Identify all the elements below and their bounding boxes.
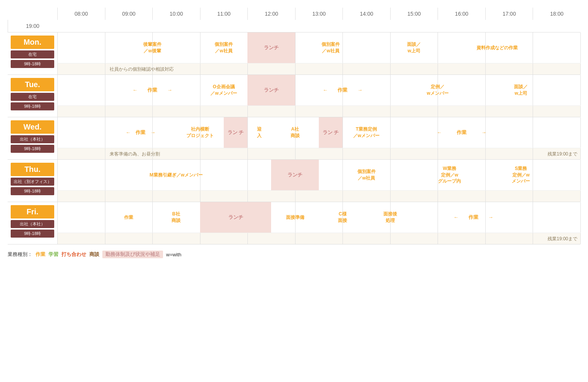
time-09: 09:00 (105, 8, 153, 20)
time-12: 12:00 (247, 8, 295, 20)
day-block-wed: Wed.出社（本社）9時-18時← 作業 →社内横断 プロジェクトラン チ迎 入… (8, 117, 580, 160)
time-16: 16:00 (438, 8, 485, 20)
event-fri-arrow1: ← 作業 → (414, 202, 533, 233)
legend-status: 勤務体制及び状況や補足 (102, 251, 163, 258)
day-right-wed: ← 作業 →社内横断 プロジェクトラン チ迎 入A社 商談ラン チT業務定例 ／… (57, 117, 580, 159)
event-mon-lunch: ランチ (247, 32, 295, 63)
legend-prefix: 業務種別： (8, 251, 32, 258)
event-wed-lunch1: ラン チ (224, 117, 247, 148)
event-thu-4: S業務 定例／w メンバー (485, 163, 557, 187)
day-label-thu: Thu. (11, 163, 54, 176)
day-hours-mon: 9時-18時 (11, 60, 54, 68)
note-wed-note-1: 来客準備の為、お昼分割 (105, 148, 533, 160)
legend-uchiawase: 打ち合わせ (61, 251, 86, 258)
event-tue-arrow1: ← 作業 → (105, 75, 200, 105)
legend-sagyou: 作業 (36, 251, 45, 258)
event-tue-arrow2: ← 作業 → (295, 75, 390, 105)
event-fri-3: 面接準備 (271, 205, 319, 230)
event-tue-lunch: ランチ (247, 75, 295, 105)
day-location-thu: 出社（別オフィス） (11, 178, 54, 186)
note-mon-note-1: 社員からの個別確認や相談対応 (105, 63, 557, 75)
time-header: 08:00 09:00 10:00 11:00 12:00 13:00 14:0… (8, 8, 580, 32)
day-location-mon: 在宅 (11, 50, 54, 58)
time-18: 18:00 (533, 8, 580, 20)
events-layer-tue: ← 作業 →O企画会議 ／wメンバーランチ← 作業 →定例／ wメンバー面談／ … (57, 75, 580, 105)
day-hours-tue: 9時-18時 (11, 102, 54, 110)
time-11: 11:00 (200, 8, 248, 20)
time-17: 17:00 (485, 8, 533, 20)
event-thu-2: 個別案件 ／w社員 (319, 163, 414, 187)
notes-layer-wed: 来客準備の為、お昼分割残業19:00まで (57, 148, 580, 159)
events-layer-wed: ← 作業 →社内横断 プロジェクトラン チ迎 入A社 商談ラン チT業務定例 ／… (57, 117, 580, 148)
events-layer-fri: 作業B社 商談ランチ面接準備C様 面接面接後 処理← 作業 → (57, 202, 580, 233)
day-label-wed: Wed. (11, 120, 54, 134)
overtime-wed: 残業19:00まで (548, 148, 577, 160)
event-wed-lunch2: ラン チ (319, 117, 342, 148)
event-fri-4: C様 面接 (319, 205, 367, 230)
day-hours-wed: 9時-18時 (11, 145, 54, 153)
events-layer-mon: 後輩案件 ／w後輩個別案件 ／w社員ランチ個別案件 ／w社員面談／ w上司資料作… (57, 32, 580, 63)
event-tue-2: 定例／ wメンバー (390, 78, 485, 102)
schedule-container: 08:00 09:00 10:00 11:00 12:00 13:00 14:0… (8, 8, 580, 258)
event-mon-2: 個別案件 ／w社員 (200, 36, 248, 60)
time-10: 10:00 (152, 8, 200, 20)
day-block-thu: Thu.出社（別オフィス）9時-18時M業務引継ぎ／wメンバーランチ個別案件 ／… (8, 160, 580, 202)
time-08: 08:00 (57, 8, 105, 20)
notes-layer-tue (57, 105, 580, 117)
event-fri-5: 面接後 処理 (367, 205, 414, 230)
event-thu-lunch: ランチ (271, 160, 319, 190)
day-location-fri: 出社（本社） (11, 220, 54, 228)
day-left-tue: Tue.在宅9時-18時 (8, 75, 57, 117)
day-label-tue: Tue. (11, 78, 54, 91)
day-left-wed: Wed.出社（本社）9時-18時 (8, 117, 57, 159)
event-tue-1: O企画会議 ／wメンバー (200, 78, 248, 102)
notes-layer-thu (57, 190, 580, 202)
notes-layer-mon: 社員からの個別確認や相談対応 (57, 63, 580, 74)
time-13: 13:00 (295, 8, 343, 20)
day-block-fri: Fri.出社（本社）9時-18時作業B社 商談ランチ面接準備C様 面接面接後 処… (8, 202, 580, 244)
day-location-tue: 在宅 (11, 93, 54, 101)
event-thu-3: W業務 定例／w グループ内 (414, 163, 485, 187)
day-location-wed: 出社（本社） (11, 135, 54, 143)
event-thu-1: M業務引継ぎ／wメンバー (105, 163, 248, 187)
notes-layer-fri: 残業19:00まで (57, 233, 580, 244)
event-wed-4: T業務定例 ／wメンバー (342, 120, 390, 145)
legend: 業務種別： 作業 学習 打ち合わせ 商談 勤務体制及び状況や補足 w=with (8, 251, 580, 258)
time-19: 19:00 (8, 20, 57, 32)
legend-gakushuu: 学習 (48, 251, 58, 258)
event-wed-2: 迎 入 (247, 120, 271, 145)
time-15: 15:00 (390, 8, 438, 20)
days-container: Mon.在宅9時-18時後輩案件 ／w後輩個別案件 ／w社員ランチ個別案件 ／w… (8, 32, 580, 244)
event-tue-3: 面談／ w上司 (485, 78, 557, 102)
events-layer-thu: M業務引継ぎ／wメンバーランチ個別案件 ／w社員W業務 定例／w グループ内S業… (57, 160, 580, 190)
day-label-fri: Fri. (11, 205, 54, 219)
overtime-fri: 残業19:00まで (548, 233, 577, 244)
event-wed-1: 社内横断 プロジェクト (176, 120, 224, 145)
day-hours-thu: 9時-18時 (11, 187, 54, 195)
event-wed-arrow2: ← 作業 → (390, 117, 533, 148)
day-right-tue: ← 作業 →O企画会議 ／wメンバーランチ← 作業 →定例／ wメンバー面談／ … (57, 75, 580, 117)
day-left-mon: Mon.在宅9時-18時 (8, 32, 57, 74)
event-fri-lunch: ランチ (200, 202, 271, 233)
time-14: 14:00 (342, 8, 390, 20)
day-right-mon: 後輩案件 ／w後輩個別案件 ／w社員ランチ個別案件 ／w社員面談／ w上司資料作… (57, 32, 580, 74)
event-mon-1: 後輩案件 ／w後輩 (105, 36, 200, 60)
day-left-thu: Thu.出社（別オフィス）9時-18時 (8, 160, 57, 202)
event-wed-arrow1: ← 作業 → (105, 117, 176, 148)
day-left-fri: Fri.出社（本社）9時-18時 (8, 202, 57, 244)
event-mon-4: 面談／ w上司 (390, 36, 438, 60)
legend-with: w=with (166, 252, 181, 257)
day-right-fri: 作業B社 商談ランチ面接準備C様 面接面接後 処理← 作業 →残業19:00まで (57, 202, 580, 244)
day-hours-fri: 9時-18時 (11, 230, 54, 238)
event-mon-5: 資料作成などの作業 (438, 36, 556, 60)
event-fri-2: B社 商談 (152, 205, 200, 230)
event-wed-3: A社 商談 (271, 120, 319, 145)
event-mon-3: 個別案件 ／w社員 (295, 36, 367, 60)
day-block-tue: Tue.在宅9時-18時← 作業 →O企画会議 ／wメンバーランチ← 作業 →定… (8, 75, 580, 117)
day-block-mon: Mon.在宅9時-18時後輩案件 ／w後輩個別案件 ／w社員ランチ個別案件 ／w… (8, 32, 580, 75)
legend-shodan: 商談 (89, 251, 99, 258)
day-right-thu: M業務引継ぎ／wメンバーランチ個別案件 ／w社員W業務 定例／w グループ内S業… (57, 160, 580, 202)
day-label-mon: Mon. (11, 36, 54, 49)
event-fri-1: 作業 (105, 205, 153, 230)
